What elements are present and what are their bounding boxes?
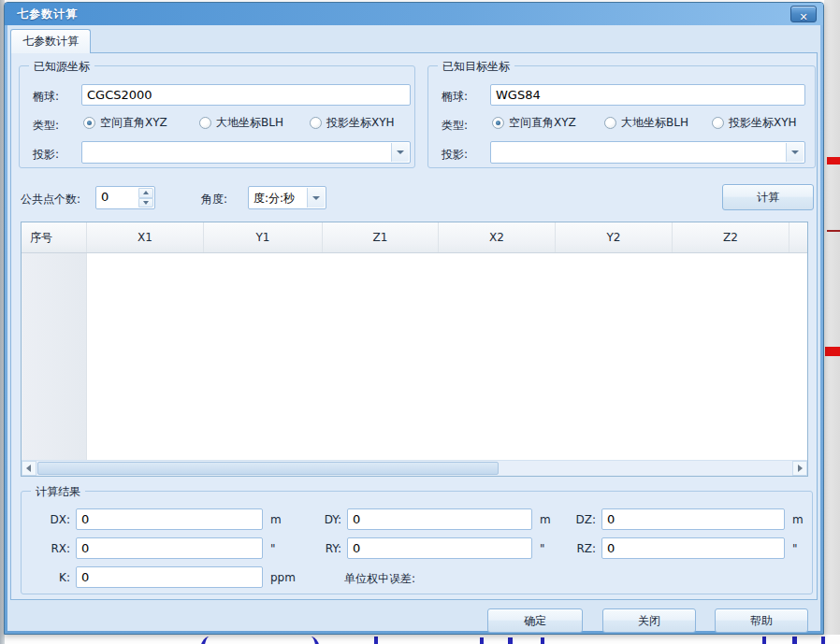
map-line-fragment [199,637,224,644]
k-unit: ppm [270,571,296,584]
ry-input[interactable] [347,537,532,559]
spinner-down-button[interactable] [138,198,153,208]
source-projection-dropdown-button[interactable] [391,143,409,162]
k-label: K: [31,571,70,584]
results-group: 计算结果 DX: m DY: m DZ: m RX: " RY: [21,491,813,594]
column-header-index[interactable]: 序号 [22,222,87,252]
scrollbar-thumb[interactable] [37,462,499,475]
close-dialog-button[interactable]: 关闭 [602,608,696,633]
source-coordinates-group: 已知源坐标 椭球: 类型: 空间直角XYZ 大地坐标BLH 投影坐标XYH [19,65,415,168]
radio-selected-icon [83,117,95,129]
results-group-title: 计算结果 [31,484,85,500]
ok-button[interactable]: 确定 [487,608,583,633]
background-right-strip [824,0,840,644]
chevron-down-icon [312,196,320,200]
source-radio-geodetic-blh[interactable]: 大地坐标BLH [199,115,283,131]
target-radio-geodetic-blh[interactable]: 大地坐标BLH [604,115,688,131]
map-line-fragment [762,637,766,644]
target-ellipsoid-input[interactable] [490,84,805,106]
map-line-fragment [508,637,513,644]
rz-input[interactable] [601,537,785,559]
map-line-fragment [480,637,484,644]
map-line-fragment [541,637,544,644]
dz-label: DZ: [562,513,596,526]
target-projection-label: 投影: [442,147,468,163]
desktop-background: 七参数计算 ✕ 七参数计算 已知源坐标 椭球: 类型: 空间直角XYZ [0,0,840,644]
dy-label: DY: [302,513,341,526]
target-group-title: 已知目标坐标 [438,59,514,75]
source-radio-projected-xyh[interactable]: 投影坐标XYH [310,115,395,131]
angle-format-combobox[interactable]: 度:分:秒 [248,186,326,209]
column-header-z2[interactable]: Z2 [673,222,789,252]
points-table[interactable]: 序号 X1 Y1 Z1 X2 Y2 Z2 [21,222,808,477]
dialog-titlebar[interactable]: 七参数计算 ✕ [5,3,823,25]
radio-selected-icon [492,117,504,129]
target-ellipsoid-label: 椭球: [442,89,468,105]
dx-input[interactable] [76,508,263,530]
background-bottom-strip [5,635,840,644]
close-button[interactable]: ✕ [790,6,817,22]
common-points-spinner[interactable]: 0 [95,186,155,209]
dialog-body: 七参数计算 已知源坐标 椭球: 类型: 空间直角XYZ 大地坐标BLH [7,25,820,631]
chevron-down-icon [397,150,404,154]
triangle-up-icon [143,191,149,194]
source-ellipsoid-input[interactable] [81,84,411,106]
rx-input[interactable] [76,537,263,559]
common-points-label: 公共点个数: [21,192,80,208]
map-line-fragment [374,637,378,644]
angle-dropdown-button[interactable] [307,188,325,208]
source-ellipsoid-label: 椭球: [33,89,59,105]
ry-label: RY: [302,542,341,555]
column-header-y2[interactable]: Y2 [556,222,673,252]
close-icon: ✕ [799,11,807,23]
radio-unselected-icon [604,117,616,129]
triangle-left-icon [26,465,31,472]
dy-input[interactable] [347,508,532,530]
target-radio-projected-xyh[interactable]: 投影坐标XYH [712,115,797,131]
angle-label: 角度: [201,192,227,208]
map-line-fragment [821,637,825,644]
map-line-fragment [792,637,797,644]
source-projection-combobox[interactable] [81,141,411,164]
seven-parameter-dialog: 七参数计算 ✕ 七参数计算 已知源坐标 椭球: 类型: 空间直角XYZ [4,2,824,635]
rms-error-label: 单位权中误差: [344,571,415,587]
column-header-x1[interactable]: X1 [87,222,204,252]
source-radio-space-xyz[interactable]: 空间直角XYZ [83,115,167,131]
column-header-y1[interactable]: Y1 [204,222,323,252]
tab-seven-parameter[interactable]: 七参数计算 [10,29,91,53]
dy-unit: m [540,513,551,526]
table-horizontal-scrollbar[interactable] [22,460,807,476]
map-line-fragment [297,637,321,644]
tab-page: 已知源坐标 椭球: 类型: 空间直角XYZ 大地坐标BLH 投影坐标XYH [10,52,818,600]
red-line-fragment [825,347,840,356]
dz-input[interactable] [601,508,785,530]
column-header-z1[interactable]: Z1 [323,222,439,252]
calculate-button[interactable]: 计算 [722,184,814,210]
target-projection-combobox[interactable] [490,141,805,164]
triangle-right-icon [798,465,803,472]
tab-label: 七参数计算 [22,35,79,48]
ry-unit: " [540,542,545,555]
dialog-title: 七参数计算 [17,7,78,22]
scroll-left-button[interactable] [22,461,36,476]
target-projection-dropdown-button[interactable] [786,143,804,162]
k-input[interactable] [76,566,263,588]
chevron-down-icon [791,150,799,154]
rx-label: RX: [31,542,70,555]
rz-unit: " [792,542,798,555]
spinner-up-button[interactable] [138,188,153,198]
column-header-filler [789,222,807,252]
scroll-right-button[interactable] [792,461,807,476]
target-radio-space-xyz[interactable]: 空间直角XYZ [492,115,576,131]
row-header-column [22,253,87,460]
red-line-fragment [827,157,840,165]
help-button[interactable]: 帮助 [715,608,808,633]
dz-unit: m [792,513,804,526]
radio-unselected-icon [199,117,211,129]
column-header-x2[interactable]: X2 [439,222,556,252]
points-table-header: 序号 X1 Y1 Z1 X2 Y2 Z2 [22,222,807,253]
rz-label: RZ: [562,542,596,555]
dx-label: DX: [31,513,70,526]
dx-unit: m [270,513,282,526]
rx-unit: " [270,542,276,555]
